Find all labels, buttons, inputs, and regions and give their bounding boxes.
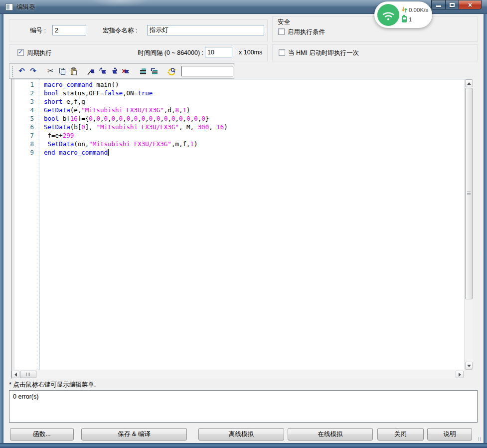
periodic-checkbox[interactable]: ✓ xyxy=(17,49,24,56)
code-line[interactable]: 8 SetData(on,"Mitsubishi FX3U/FX3G",m,f,… xyxy=(11,140,464,148)
titlebar-sheen xyxy=(90,0,150,7)
window-title: 编辑器 xyxy=(16,3,35,11)
bookmark-prev-icon[interactable] xyxy=(108,65,120,77)
code-line[interactable]: 4GetData(e,"Mitsubishi FX3U/FX3G",d,8,1) xyxy=(11,106,464,114)
maximize-button[interactable] xyxy=(445,0,459,9)
goto-line-icon[interactable] xyxy=(137,65,149,77)
compile-output[interactable]: 0 error(s) xyxy=(9,390,478,423)
line-number: 1 xyxy=(11,80,34,89)
bookmark-toggle-icon[interactable] xyxy=(85,65,97,77)
help-button[interactable]: 说明 xyxy=(427,428,472,441)
edit-menu-hint: * 点击鼠标右键可显示编辑菜单. xyxy=(9,381,96,389)
code-line[interactable]: 3short e,f,g xyxy=(11,97,464,106)
minimize-button[interactable] xyxy=(431,0,446,9)
line-number: 7 xyxy=(11,131,34,140)
right-arrow-icon xyxy=(459,373,461,377)
copy-icon[interactable] xyxy=(56,65,68,77)
run-once-checkbox[interactable] xyxy=(279,49,285,56)
interval-input[interactable] xyxy=(205,47,232,57)
code-line[interactable]: 5bool b[16]={0,0,0,0,0,0,0,0,0,0,0,0,0,0… xyxy=(11,114,464,123)
toolbar-grip[interactable] xyxy=(11,66,13,77)
left-arrow-icon xyxy=(14,373,17,377)
close-icon: × xyxy=(468,1,472,9)
line-number: 5 xyxy=(11,114,34,123)
code-line[interactable]: 7 f=e+299 xyxy=(11,131,464,140)
thumb-grip-icon xyxy=(26,373,30,376)
scroll-left-button[interactable] xyxy=(11,371,19,378)
macro-name-input[interactable] xyxy=(147,25,264,35)
editor-window: 编辑器 × 0.00K/s 1 xyxy=(0,0,487,448)
updown-arrows-icon xyxy=(402,6,407,13)
scroll-up-button[interactable] xyxy=(465,79,473,87)
enable-condition-checkbox[interactable] xyxy=(278,28,285,35)
bookmark-clear-icon[interactable] xyxy=(120,65,131,77)
run-once-label: 当 HMI 启动时即执行一次 xyxy=(288,49,359,57)
security-title: 安全 xyxy=(278,18,290,26)
scroll-right-button[interactable] xyxy=(456,371,464,378)
error-count: 0 error(s) xyxy=(13,393,38,400)
wifi-icon[interactable] xyxy=(377,4,399,26)
window-frame-bottom xyxy=(0,443,487,448)
line-number: 3 xyxy=(11,97,34,106)
online-simulation-button[interactable]: 在线模拟 xyxy=(288,428,373,441)
down-arrow-icon xyxy=(467,365,471,367)
close-dialog-button[interactable]: 关闭 xyxy=(377,428,424,441)
vertical-scrollbar[interactable] xyxy=(464,79,473,370)
code-line[interactable]: 1macro_command main() xyxy=(11,80,464,89)
interval-unit-label: x 100ms xyxy=(239,49,262,56)
network-count-value: 1 xyxy=(409,16,412,22)
check-icon: ✓ xyxy=(18,48,23,55)
save-compile-button[interactable]: 保存 & 编译 xyxy=(81,428,187,441)
undo-icon[interactable]: ↶ xyxy=(16,65,27,77)
minimize-icon xyxy=(436,5,441,7)
interval-label: 时间间隔 (0 ~ 864000) : xyxy=(120,49,203,57)
line-number: 2 xyxy=(11,89,34,97)
code-line[interactable]: 6SetData(b[0], "Mitsubishi FX3U/FX3G", M… xyxy=(11,123,464,131)
vertical-scrollbar-thumb[interactable] xyxy=(465,88,473,299)
scrollbar-corner xyxy=(464,370,473,379)
editor-toolbar: ↶ ↷ ✂ xyxy=(9,63,234,79)
bookmark-next-icon[interactable] xyxy=(97,65,108,77)
macro-name-label: 宏指令名称 : xyxy=(103,26,137,35)
code-area[interactable]: 1macro_command main()2bool status,OFF=fa… xyxy=(11,79,464,370)
horizontal-scrollbar-thumb[interactable] xyxy=(20,371,36,378)
offline-simulation-button[interactable]: 离线模拟 xyxy=(198,428,284,441)
scroll-down-button[interactable] xyxy=(465,362,473,370)
enable-condition-label: 启用执行条件 xyxy=(288,28,325,36)
goto-label-icon[interactable] xyxy=(149,65,160,77)
find-icon[interactable] xyxy=(166,65,177,77)
window-frame-right xyxy=(484,14,487,448)
thumb-grip-icon xyxy=(467,192,471,196)
line-number: 8 xyxy=(11,140,34,148)
number-label: 编号 : xyxy=(30,26,46,35)
search-input[interactable] xyxy=(181,66,233,76)
up-arrow-icon xyxy=(467,82,471,85)
horizontal-scrollbar[interactable] xyxy=(11,370,464,379)
redo-icon[interactable]: ↷ xyxy=(27,65,39,77)
resize-grip-icon[interactable] xyxy=(478,437,482,442)
window-frame-left xyxy=(0,14,3,448)
functions-button[interactable]: 函数... xyxy=(10,428,74,441)
line-number: 6 xyxy=(11,123,34,131)
network-speed-value: 0.00K/s xyxy=(409,7,428,13)
line-number: 9 xyxy=(11,148,34,157)
periodic-label: 周期执行 xyxy=(27,49,52,57)
code-line[interactable]: 9end macro_command xyxy=(11,148,464,157)
cut-icon[interactable]: ✂ xyxy=(45,65,56,77)
number-input[interactable] xyxy=(52,25,86,35)
code-lines: 1macro_command main()2bool status,OFF=fa… xyxy=(11,80,464,157)
maximize-icon xyxy=(450,3,455,7)
close-button[interactable]: × xyxy=(459,0,482,9)
app-icon xyxy=(5,3,13,10)
battery-icon xyxy=(402,16,407,22)
line-number: 4 xyxy=(11,106,34,114)
code-editor: 1macro_command main()2bool status,OFF=fa… xyxy=(11,79,473,379)
code-line[interactable]: 2bool status,OFF=false,ON=true xyxy=(11,89,464,97)
text-caret xyxy=(108,149,109,156)
network-speed-widget[interactable]: 0.00K/s 1 xyxy=(374,1,432,28)
paste-icon[interactable] xyxy=(68,65,79,77)
